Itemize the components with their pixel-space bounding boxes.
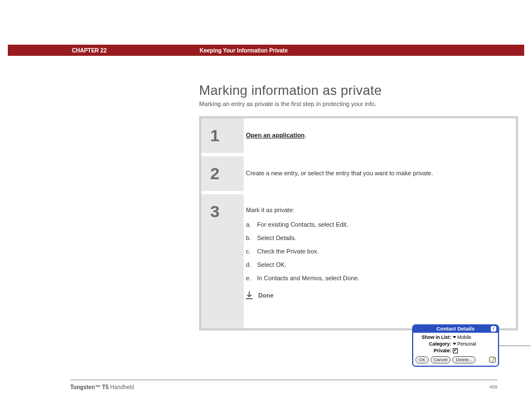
footer-product: Tungsten™ T5 Handheld <box>70 384 134 390</box>
sub-letter: a. <box>246 221 257 228</box>
footer-product-rest: Handheld <box>109 384 134 390</box>
sub-text: In Contacts and Memos, select Done. <box>257 275 359 281</box>
cancel-button[interactable]: Cancel <box>431 356 451 363</box>
dropdown-arrow-icon <box>453 343 456 345</box>
dropdown-value: Mobile <box>457 334 471 340</box>
dialog-title: Contact Details <box>437 326 475 332</box>
page-subtitle: Marking an entry as private is the first… <box>199 100 376 107</box>
show-in-list-dropdown[interactable]: Mobile <box>453 334 471 340</box>
sub-step-a: a.For existing Contacts, select Edit. <box>246 221 506 228</box>
chapter-header: CHAPTER 22 Keeping Your Information Priv… <box>8 45 524 56</box>
done-label: Done <box>258 292 274 299</box>
page-number: 469 <box>489 384 497 390</box>
sub-text: Check the Private box. <box>257 248 319 255</box>
sub-letter: c. <box>246 248 257 255</box>
note-icon[interactable]: 📝 <box>489 357 496 363</box>
dropdown-value: Personal <box>457 341 476 347</box>
dialog-buttons: OK Cancel Delete... 📝 <box>413 356 498 366</box>
dropdown-arrow-icon <box>453 336 456 338</box>
done-arrow-icon <box>246 291 254 299</box>
dialog-body: Show in List: Mobile Category: Personal … <box>413 333 498 356</box>
sub-step-c: c.Check the Private box. <box>246 248 506 255</box>
sub-letter: b. <box>246 234 257 241</box>
sub-steps: a.For existing Contacts, select Edit. b.… <box>246 221 506 281</box>
steps-container: 1 Open an application. 2 Create a new en… <box>199 116 518 330</box>
footer-product-bold: Tungsten™ T5 <box>70 384 109 390</box>
step-text-tail: . <box>304 132 306 138</box>
page-title: Marking information as private <box>199 83 381 98</box>
private-checkbox[interactable]: ✔ <box>453 348 458 353</box>
done-indicator: Done <box>246 291 506 299</box>
chapter-label: CHAPTER 22 <box>72 47 107 54</box>
sub-text: For existing Contacts, select Edit. <box>257 221 348 228</box>
step-3: 3 Mark it as private: a.For existing Con… <box>201 194 516 328</box>
field-label: Show in List: <box>415 334 451 340</box>
open-application-link[interactable]: Open an application <box>246 132 304 138</box>
category-dropdown[interactable]: Personal <box>453 341 476 347</box>
category-row: Category: Personal <box>415 341 496 347</box>
step-body: Create a new entry, or select the entry … <box>244 156 516 191</box>
step-number: 2 <box>201 156 244 191</box>
footer-rule <box>70 380 497 380</box>
step-text: Create a new entry, or select the entry … <box>246 170 433 176</box>
step-body: Open an application. <box>244 118 516 153</box>
callout-line <box>499 346 530 346</box>
sub-text: Select Details. <box>257 234 296 241</box>
step-2: 2 Create a new entry, or select the entr… <box>201 156 516 191</box>
step-body: Mark it as private: a.For existing Conta… <box>244 194 516 328</box>
sub-letter: d. <box>246 261 257 268</box>
field-label: Category: <box>415 341 451 347</box>
sub-step-b: b.Select Details. <box>246 234 506 241</box>
info-icon[interactable]: i <box>491 326 496 332</box>
step-1: 1 Open an application. <box>201 118 516 153</box>
dialog-titlebar: Contact Details i <box>413 325 498 333</box>
ok-button[interactable]: OK <box>415 356 429 363</box>
step-intro: Mark it as private: <box>246 207 506 213</box>
step-number: 3 <box>201 194 244 328</box>
field-label: Private: <box>415 348 451 353</box>
contact-details-dialog: Contact Details i Show in List: Mobile C… <box>412 324 499 367</box>
sub-step-e: e.In Contacts and Memos, select Done. <box>246 275 506 281</box>
sub-letter: e. <box>246 275 257 281</box>
sub-text: Select OK. <box>257 261 287 268</box>
palm-screenshot: Contact Details i Show in List: Mobile C… <box>412 324 532 367</box>
sub-step-d: d.Select OK. <box>246 261 506 268</box>
chapter-title: Keeping Your Information Private <box>200 47 288 54</box>
step-number: 1 <box>201 118 244 153</box>
show-in-list-row: Show in List: Mobile <box>415 334 496 340</box>
private-row: Private: ✔ <box>415 348 496 353</box>
delete-button[interactable]: Delete... <box>452 356 476 363</box>
